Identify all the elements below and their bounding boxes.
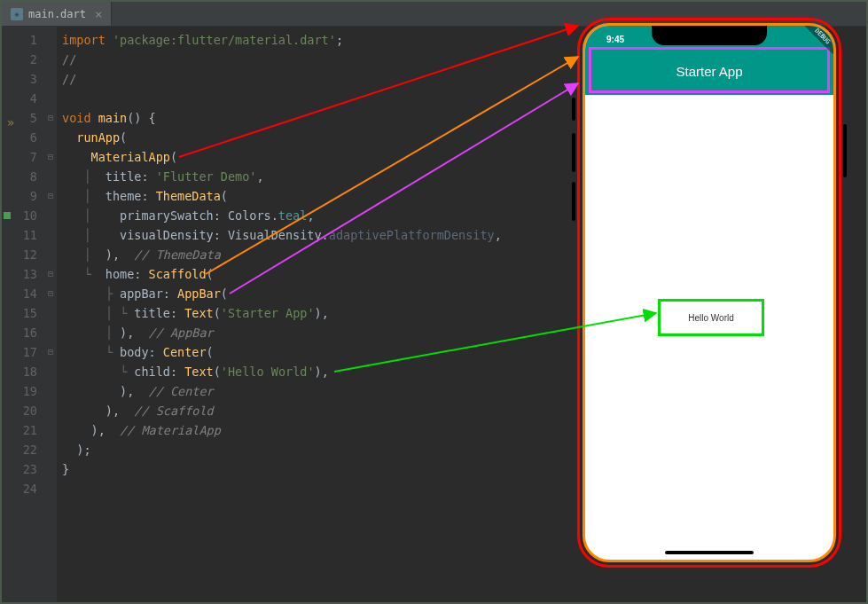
phone-preview: DEBUG 9:45 Starter App Hello World bbox=[577, 18, 841, 568]
dart-file-icon: ◈ bbox=[11, 8, 23, 20]
phone-notch bbox=[652, 24, 767, 45]
appbar-highlight-box bbox=[589, 47, 830, 93]
editor-tab-main-dart[interactable]: ◈ main.dart × bbox=[2, 2, 112, 26]
phone-power-button bbox=[843, 124, 847, 177]
body-text: Hello World bbox=[688, 313, 734, 323]
home-indicator bbox=[665, 551, 754, 554]
status-bar-time: 9:45 bbox=[606, 35, 624, 44]
line-number-gutter: 12345»6789101112131415161718192021222324 bbox=[2, 27, 44, 602]
phone-mute-switch bbox=[572, 98, 575, 121]
phone-volume-up bbox=[572, 133, 575, 172]
scaffold-highlight-box: DEBUG 9:45 Starter App Hello World bbox=[583, 23, 836, 562]
phone-volume-down bbox=[572, 182, 575, 221]
fold-column: ⊟⊟⊟⊟⊟⊟ bbox=[44, 27, 57, 602]
tab-filename: main.dart bbox=[28, 8, 86, 20]
close-tab-icon[interactable]: × bbox=[95, 7, 102, 21]
text-highlight-box: Hello World bbox=[658, 299, 764, 336]
